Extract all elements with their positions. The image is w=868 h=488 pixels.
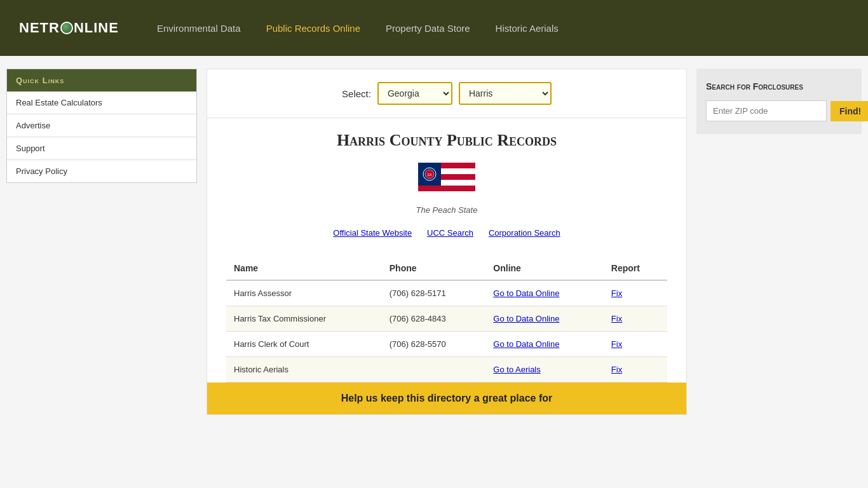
state-caption: The Peach State [226, 205, 667, 215]
state-flag-container: ★ GA [226, 163, 667, 201]
cell-online[interactable]: Go to Aerials [485, 357, 604, 383]
cell-name: Harris Tax Commissioner [226, 306, 382, 332]
table-row: Harris Clerk of Court (706) 628-5570 Go … [226, 332, 667, 357]
select-label: Select: [342, 88, 371, 99]
foreclosure-box: Search for Forclosures Find! [696, 69, 862, 134]
report-link[interactable]: Fix [611, 288, 622, 298]
cell-name: Historic Aerials [226, 357, 382, 383]
col-name: Name [226, 257, 382, 280]
cell-online[interactable]: Go to Data Online [485, 332, 604, 357]
state-select[interactable]: Georgia Alabama Florida [377, 82, 452, 105]
cell-phone: (706) 628-5570 [382, 332, 486, 357]
county-title: Harris County Public Records [226, 131, 667, 150]
online-link[interactable]: Go to Data Online [493, 288, 559, 298]
sidebar-privacy[interactable]: Privacy Policy [7, 160, 196, 182]
online-link[interactable]: Go to Aerials [493, 365, 540, 374]
cell-name: Harris Clerk of Court [226, 332, 382, 357]
table-row: Harris Assessor (706) 628-5171 Go to Dat… [226, 280, 667, 306]
foreclosure-title: Search for Forclosures [706, 81, 852, 92]
online-link[interactable]: Go to Data Online [493, 339, 559, 349]
table-row: Harris Tax Commissioner (706) 628-4843 G… [226, 306, 667, 332]
main-nav: Environmental Data Public Records Online… [157, 23, 559, 34]
cell-report[interactable]: Fix [604, 357, 667, 383]
body-row: Quick Links Real Estate Calculators Adve… [0, 56, 868, 428]
bottom-banner: Help us keep this directory a great plac… [207, 383, 686, 414]
cell-online[interactable]: Go to Data Online [485, 280, 604, 306]
quick-links-title: Quick Links [7, 69, 196, 92]
cell-online[interactable]: Go to Data Online [485, 306, 604, 332]
site-header: NETRNLINE Environmental Data Public Reco… [0, 0, 868, 56]
link-official-state[interactable]: Official State Website [333, 228, 412, 238]
nav-environmental[interactable]: Environmental Data [157, 23, 241, 34]
cell-name: Harris Assessor [226, 280, 382, 306]
sidebar-support[interactable]: Support [7, 137, 196, 160]
svg-rect-5 [418, 186, 475, 191]
bottom-banner-text: Help us keep this directory a great plac… [341, 393, 553, 403]
state-flag-image: ★ GA [418, 163, 475, 200]
report-link[interactable]: Fix [611, 314, 622, 323]
county-content: Harris County Public Records ★ [207, 118, 686, 383]
nav-public-records[interactable]: Public Records Online [266, 23, 360, 34]
foreclosure-form-row: Find! [706, 100, 852, 121]
records-table: Name Phone Online Report Harris Assessor… [226, 257, 667, 383]
select-bar: Select: Georgia Alabama Florida Harris O… [207, 69, 686, 118]
state-links: Official State Website UCC Search Corpor… [226, 227, 667, 238]
quick-links-box: Quick Links Real Estate Calculators Adve… [6, 69, 197, 183]
right-sidebar: Search for Forclosures Find! [696, 69, 862, 134]
nav-property-data[interactable]: Property Data Store [386, 23, 470, 34]
find-button[interactable]: Find! [831, 101, 868, 121]
center-column: Select: Georgia Alabama Florida Harris O… [207, 69, 687, 415]
svg-rect-6 [418, 191, 475, 200]
col-online: Online [485, 257, 604, 280]
online-link[interactable]: Go to Data Online [493, 314, 559, 323]
link-ucc-search[interactable]: UCC Search [427, 228, 473, 238]
site-logo[interactable]: NETRNLINE [19, 20, 119, 36]
svg-text:GA: GA [427, 173, 432, 177]
sidebar-advertise[interactable]: Advertise [7, 114, 196, 137]
link-corporation-search[interactable]: Corporation Search [489, 228, 560, 238]
cell-phone: (706) 628-5171 [382, 280, 486, 306]
report-link[interactable]: Fix [611, 365, 622, 374]
col-report: Report [604, 257, 667, 280]
col-phone: Phone [382, 257, 486, 280]
cell-phone: (706) 628-4843 [382, 306, 486, 332]
cell-report[interactable]: Fix [604, 280, 667, 306]
county-select[interactable]: Harris Other County [459, 82, 552, 105]
logo-text-after: NLINE [74, 20, 119, 36]
zip-input[interactable] [706, 100, 827, 121]
logo-text-before: NETR [19, 20, 60, 36]
sidebar-real-estate[interactable]: Real Estate Calculators [7, 92, 196, 114]
globe-icon [60, 22, 73, 34]
cell-report[interactable]: Fix [604, 332, 667, 357]
cell-report[interactable]: Fix [604, 306, 667, 332]
cell-phone [382, 357, 486, 383]
left-sidebar: Quick Links Real Estate Calculators Adve… [6, 69, 197, 183]
nav-historic-aerials[interactable]: Historic Aerials [496, 23, 559, 34]
report-link[interactable]: Fix [611, 339, 622, 349]
table-row: Historic Aerials Go to Aerials Fix [226, 357, 667, 383]
